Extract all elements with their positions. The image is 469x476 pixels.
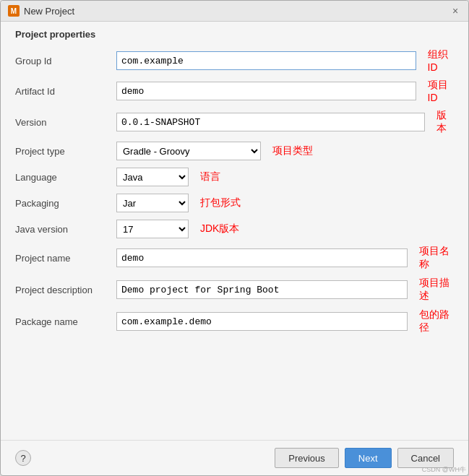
project-name-annotation: 项目名称 bbox=[419, 245, 456, 271]
group-id-annotation: 组织ID bbox=[428, 48, 456, 73]
package-name-input[interactable] bbox=[116, 312, 408, 331]
footer: ? Previous Next Cancel bbox=[1, 440, 468, 475]
language-annotation: 语言 bbox=[200, 170, 220, 183]
next-button[interactable]: Next bbox=[345, 448, 392, 468]
version-input[interactable] bbox=[116, 113, 425, 131]
title-bar-left: M New Project bbox=[8, 5, 74, 17]
package-name-label: Package name bbox=[15, 316, 116, 327]
version-label: Version bbox=[15, 117, 116, 128]
form-content: Group Id 组织ID Artifact Id 项目ID Version bbox=[1, 46, 468, 440]
group-id-label: Group Id bbox=[15, 56, 116, 66]
language-label: Language bbox=[15, 172, 116, 183]
footer-left: ? bbox=[15, 450, 31, 466]
language-row: Language Java Kotlin Groovy 语言 bbox=[15, 167, 454, 187]
project-name-input[interactable] bbox=[116, 248, 408, 267]
project-type-control-wrap: Gradle - Groovy Gradle - Kotlin Maven 项目… bbox=[116, 142, 454, 160]
app-icon: M bbox=[8, 5, 20, 17]
project-description-input[interactable] bbox=[116, 280, 408, 299]
java-version-annotation: JDK版本 bbox=[200, 222, 239, 235]
package-name-annotation: 包的路径 bbox=[419, 308, 456, 334]
java-version-select[interactable]: 17 11 8 21 bbox=[116, 220, 189, 238]
version-annotation: 版本 bbox=[436, 109, 456, 135]
title-bar: M New Project × bbox=[1, 1, 468, 22]
group-id-row: Group Id 组织ID bbox=[15, 48, 454, 73]
project-type-label: Project type bbox=[15, 146, 116, 157]
help-button[interactable]: ? bbox=[15, 450, 31, 466]
artifact-id-row: Artifact Id 项目ID bbox=[15, 79, 454, 103]
project-type-row: Project type Gradle - Groovy Gradle - Ko… bbox=[15, 141, 454, 161]
java-version-control-wrap: 17 11 8 21 JDK版本 bbox=[116, 220, 454, 238]
artifact-id-input[interactable] bbox=[116, 82, 416, 100]
package-name-control-wrap: 包的路径 bbox=[116, 308, 456, 334]
group-id-input[interactable] bbox=[116, 51, 416, 70]
packaging-annotation: 打包形式 bbox=[200, 196, 241, 209]
packaging-select[interactable]: Jar War bbox=[116, 194, 189, 212]
project-name-control-wrap: 项目名称 bbox=[116, 245, 456, 271]
packaging-label: Packaging bbox=[15, 198, 116, 209]
language-select[interactable]: Java Kotlin Groovy bbox=[116, 168, 189, 186]
java-version-label: Java version bbox=[15, 224, 116, 235]
language-control-wrap: Java Kotlin Groovy 语言 bbox=[116, 168, 454, 186]
version-row: Version 版本 bbox=[15, 109, 454, 135]
packaging-row: Packaging Jar War 打包形式 bbox=[15, 193, 454, 213]
project-name-row: Project name 项目名称 bbox=[15, 245, 454, 271]
project-name-label: Project name bbox=[15, 253, 116, 264]
new-project-dialog: M New Project × Project properties Group… bbox=[0, 0, 469, 476]
project-description-annotation: 项目描述 bbox=[419, 277, 456, 303]
project-description-control-wrap: 项目描述 bbox=[116, 277, 456, 303]
project-type-select[interactable]: Gradle - Groovy Gradle - Kotlin Maven bbox=[116, 142, 261, 160]
package-name-row: Package name 包的路径 bbox=[15, 308, 454, 334]
project-description-label: Project description bbox=[15, 285, 116, 295]
artifact-id-annotation: 项目ID bbox=[428, 79, 456, 103]
close-button[interactable]: × bbox=[449, 5, 461, 17]
group-id-control-wrap: 组织ID bbox=[116, 48, 456, 73]
artifact-id-control-wrap: 项目ID bbox=[116, 79, 456, 103]
section-header: Project properties bbox=[1, 22, 468, 46]
previous-button[interactable]: Previous bbox=[275, 448, 339, 468]
watermark: CSDN @WH牛 bbox=[422, 465, 466, 475]
packaging-control-wrap: Jar War 打包形式 bbox=[116, 194, 454, 212]
version-control-wrap: 版本 bbox=[116, 109, 456, 135]
project-description-row: Project description 项目描述 bbox=[15, 277, 454, 303]
dialog-title: New Project bbox=[24, 6, 74, 17]
artifact-id-label: Artifact Id bbox=[15, 86, 116, 97]
project-type-annotation: 项目类型 bbox=[272, 144, 313, 157]
java-version-row: Java version 17 11 8 21 JDK版本 bbox=[15, 219, 454, 239]
